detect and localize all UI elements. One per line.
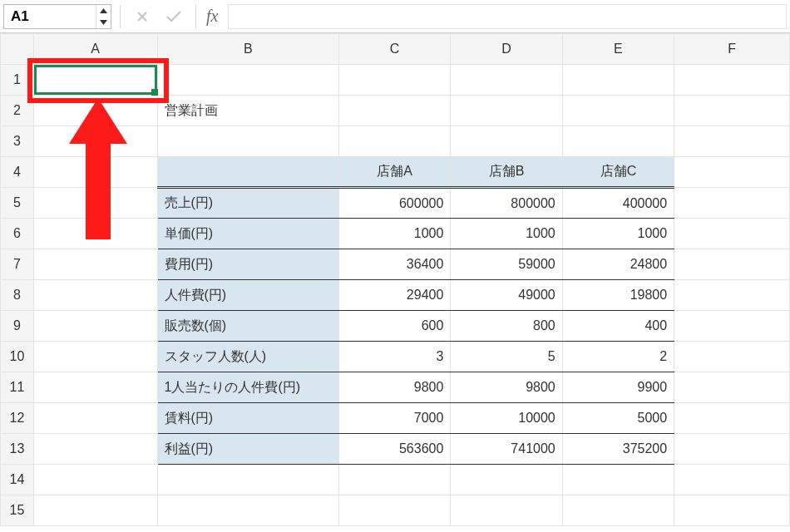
cell-A8[interactable] [33, 280, 157, 311]
cell-C2[interactable] [338, 96, 450, 126]
cell-E9[interactable]: 400 [562, 311, 674, 342]
stepper-up-icon[interactable] [96, 5, 111, 17]
row-header-14[interactable]: 14 [1, 465, 34, 495]
cell-E10[interactable]: 2 [562, 342, 674, 372]
cell-D9[interactable]: 800 [451, 311, 562, 342]
col-header-D[interactable]: D [451, 34, 562, 65]
cell-E8[interactable]: 19800 [562, 280, 674, 311]
cell-D3[interactable] [451, 126, 562, 157]
row-header-9[interactable]: 9 [1, 311, 34, 342]
row-header-3[interactable]: 3 [1, 126, 34, 157]
cell-F8[interactable] [674, 280, 790, 311]
cell-F2[interactable] [674, 96, 790, 126]
cell-B11[interactable]: 1人当たりの人件費(円) [157, 372, 338, 403]
stepper-down-icon[interactable] [96, 17, 111, 28]
cell-D1[interactable] [451, 65, 562, 96]
cell-B9[interactable]: 販売数(個) [157, 311, 338, 342]
cell-F12[interactable] [674, 403, 790, 434]
cell-A4[interactable] [33, 157, 157, 188]
cell-C10[interactable]: 3 [338, 342, 450, 372]
cell-A13[interactable] [33, 434, 157, 465]
cell-B2[interactable]: 営業計画 [157, 96, 338, 126]
cell-E13[interactable]: 375200 [562, 434, 674, 465]
row-header-6[interactable]: 6 [1, 219, 34, 249]
cell-C12[interactable]: 7000 [338, 403, 450, 434]
cell-C15[interactable] [338, 495, 450, 526]
cell-E15[interactable] [562, 495, 674, 526]
cell-F9[interactable] [674, 311, 790, 342]
cell-F13[interactable] [674, 434, 790, 465]
cell-A9[interactable] [33, 311, 157, 342]
select-all-corner[interactable] [1, 34, 34, 65]
cell-E4[interactable]: 店舗C [562, 157, 674, 188]
cell-B7[interactable]: 費用(円) [157, 249, 338, 280]
cell-F1[interactable] [674, 65, 790, 96]
row-header-2[interactable]: 2 [1, 96, 34, 126]
cell-F6[interactable] [674, 219, 790, 249]
cell-A15[interactable] [33, 495, 157, 526]
col-header-F[interactable]: F [674, 34, 790, 65]
cell-D13[interactable]: 741000 [451, 434, 562, 465]
cell-C13[interactable]: 563600 [338, 434, 450, 465]
cell-A7[interactable] [33, 249, 157, 280]
col-header-B[interactable]: B [157, 34, 338, 65]
cell-D10[interactable]: 5 [451, 342, 562, 372]
cell-B5[interactable]: 売上(円) [157, 188, 338, 219]
row-header-15[interactable]: 15 [1, 495, 34, 526]
cell-C5[interactable]: 600000 [338, 188, 450, 219]
cell-F4[interactable] [674, 157, 790, 188]
cell-C1[interactable] [338, 65, 450, 96]
cancel-icon[interactable] [129, 4, 156, 29]
row-header-11[interactable]: 11 [1, 372, 34, 403]
cell-B1[interactable] [157, 65, 338, 96]
cell-E1[interactable] [562, 65, 674, 96]
formula-input[interactable] [228, 4, 787, 29]
cell-C9[interactable]: 600 [338, 311, 450, 342]
cell-E7[interactable]: 24800 [562, 249, 674, 280]
cell-E6[interactable]: 1000 [562, 219, 674, 249]
cell-D15[interactable] [451, 495, 562, 526]
cell-E12[interactable]: 5000 [562, 403, 674, 434]
cell-D5[interactable]: 800000 [451, 188, 562, 219]
cell-C8[interactable]: 29400 [338, 280, 450, 311]
cell-A3[interactable] [33, 126, 157, 157]
row-header-1[interactable]: 1 [1, 65, 34, 96]
cell-B14[interactable] [157, 465, 338, 495]
cell-D6[interactable]: 1000 [451, 219, 562, 249]
cell-D7[interactable]: 59000 [451, 249, 562, 280]
cell-E3[interactable] [562, 126, 674, 157]
col-header-E[interactable]: E [562, 34, 674, 65]
name-box-input[interactable] [4, 8, 96, 25]
cell-A11[interactable] [33, 372, 157, 403]
cell-D11[interactable]: 9800 [451, 372, 562, 403]
cell-A14[interactable] [33, 465, 157, 495]
cell-A6[interactable] [33, 219, 157, 249]
cell-B15[interactable] [157, 495, 338, 526]
cell-C11[interactable]: 9800 [338, 372, 450, 403]
cell-F3[interactable] [674, 126, 790, 157]
confirm-icon[interactable] [160, 4, 187, 29]
cell-F7[interactable] [674, 249, 790, 280]
cell-D8[interactable]: 49000 [451, 280, 562, 311]
cell-F10[interactable] [674, 342, 790, 372]
cell-C4[interactable]: 店舗A [338, 157, 450, 188]
cell-B13[interactable]: 利益(円) [157, 434, 338, 465]
cell-C7[interactable]: 36400 [338, 249, 450, 280]
cell-F5[interactable] [674, 188, 790, 219]
cell-A12[interactable] [33, 403, 157, 434]
cell-C3[interactable] [338, 126, 450, 157]
cell-D14[interactable] [451, 465, 562, 495]
cell-D2[interactable] [451, 96, 562, 126]
cell-B12[interactable]: 賃料(円) [157, 403, 338, 434]
cell-D4[interactable]: 店舗B [451, 157, 562, 188]
cell-A2[interactable] [33, 96, 157, 126]
row-header-8[interactable]: 8 [1, 280, 34, 311]
cell-A10[interactable] [33, 342, 157, 372]
cell-E11[interactable]: 9900 [562, 372, 674, 403]
cell-A1[interactable] [33, 65, 157, 96]
row-header-7[interactable]: 7 [1, 249, 34, 280]
cell-F15[interactable] [674, 495, 790, 526]
cell-B10[interactable]: スタッフ人数(人) [157, 342, 338, 372]
cell-E5[interactable]: 400000 [562, 188, 674, 219]
cell-D12[interactable]: 10000 [451, 403, 562, 434]
